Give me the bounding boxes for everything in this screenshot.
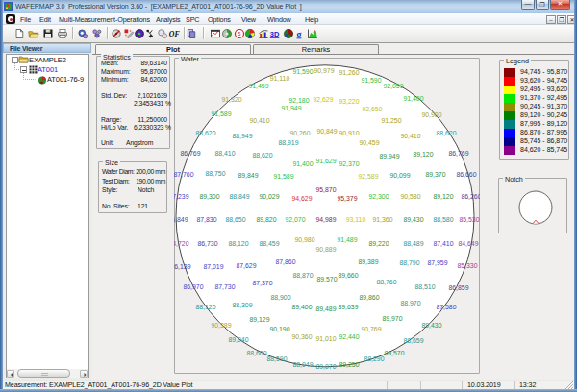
svg-text:88,120: 88,120 xyxy=(195,304,215,310)
svg-text:94,989: 94,989 xyxy=(315,216,336,223)
svg-text:95,870: 95,870 xyxy=(315,186,336,193)
svg-text:90,769: 90,769 xyxy=(361,326,381,332)
svg-text:86,970: 86,970 xyxy=(183,283,203,290)
svg-text:89,820: 89,820 xyxy=(256,216,276,223)
svg-text:88,900: 88,900 xyxy=(270,294,290,301)
svg-text:92,180: 92,180 xyxy=(288,97,309,104)
svg-text:88,600: 88,600 xyxy=(246,350,266,356)
svg-text:89,430: 89,430 xyxy=(421,322,441,329)
svg-text:94,629: 94,629 xyxy=(291,195,312,202)
svg-text:89,639: 89,639 xyxy=(338,304,358,310)
svg-text:91,260: 91,260 xyxy=(339,69,359,76)
svg-text:91,949: 91,949 xyxy=(281,105,301,111)
svg-text:91,360: 91,360 xyxy=(372,216,392,223)
svg-text:85,330: 85,330 xyxy=(457,262,477,269)
svg-text:88,620: 88,620 xyxy=(436,130,456,136)
svg-text:91,590: 91,590 xyxy=(361,77,381,84)
svg-text:88,970: 88,970 xyxy=(400,300,420,306)
svg-text:91,459: 91,459 xyxy=(248,83,268,89)
svg-text:87,629: 87,629 xyxy=(236,262,256,269)
svg-text:89,120: 89,120 xyxy=(433,193,453,200)
svg-text:89,849: 89,849 xyxy=(238,172,258,179)
svg-text:88,309: 88,309 xyxy=(232,302,252,308)
svg-text:88,049: 88,049 xyxy=(292,361,313,368)
svg-text:88,870: 88,870 xyxy=(292,272,313,279)
svg-text:90,029: 90,029 xyxy=(259,193,279,200)
svg-text:90,360: 90,360 xyxy=(291,333,312,340)
svg-text:93,220: 93,220 xyxy=(339,98,359,105)
svg-text:89,400: 89,400 xyxy=(291,304,312,310)
svg-text:86,660: 86,660 xyxy=(456,171,476,178)
svg-text:88,459: 88,459 xyxy=(259,240,279,247)
svg-text:90,099: 90,099 xyxy=(389,172,410,179)
svg-text:89,860: 89,860 xyxy=(359,294,379,301)
svg-text:89,570: 89,570 xyxy=(384,350,404,356)
svg-text:91,629: 91,629 xyxy=(315,158,336,164)
svg-text:90,980: 90,980 xyxy=(294,236,314,243)
svg-text:92,070: 92,070 xyxy=(285,216,305,223)
svg-text:88,620: 88,620 xyxy=(252,152,272,159)
svg-text:92,440: 92,440 xyxy=(339,333,359,340)
svg-text:89,570: 89,570 xyxy=(316,276,337,282)
svg-text:87,830: 87,830 xyxy=(196,216,216,223)
svg-text:89,970: 89,970 xyxy=(382,315,402,322)
svg-text:91,320: 91,320 xyxy=(221,96,241,103)
svg-text:89,430: 89,430 xyxy=(403,216,423,223)
svg-text:88,760: 88,760 xyxy=(376,279,396,285)
svg-text:89,660: 89,660 xyxy=(338,272,358,279)
svg-text:91,589: 91,589 xyxy=(273,173,293,180)
svg-text:90,190: 90,190 xyxy=(269,326,289,332)
svg-text:88,120: 88,120 xyxy=(228,240,248,247)
svg-text:92,589: 92,589 xyxy=(358,173,378,180)
svg-text:87,370: 87,370 xyxy=(252,280,272,286)
svg-text:88,580: 88,580 xyxy=(433,216,453,223)
svg-text:84,649: 84,649 xyxy=(458,240,478,247)
svg-text:88,510: 88,510 xyxy=(414,283,435,290)
svg-text:86,260: 86,260 xyxy=(461,193,480,200)
svg-text:91,400: 91,400 xyxy=(292,160,313,167)
svg-text:90,459: 90,459 xyxy=(359,139,379,146)
svg-text:91,250: 91,250 xyxy=(381,117,401,124)
svg-text:88,919: 88,919 xyxy=(278,139,298,146)
svg-text:87,239: 87,239 xyxy=(174,193,189,200)
svg-text:90,900: 90,900 xyxy=(421,111,441,118)
svg-text:87,760: 87,760 xyxy=(174,171,194,178)
svg-text:90,410: 90,410 xyxy=(249,117,269,124)
svg-text:92,370: 92,370 xyxy=(339,160,359,167)
svg-text:91,589: 91,589 xyxy=(211,110,231,117)
svg-text:σ: σ xyxy=(297,29,302,38)
svg-text:88,949: 88,949 xyxy=(232,133,252,139)
svg-text:88,750: 88,750 xyxy=(205,170,225,177)
svg-text:92,629: 92,629 xyxy=(313,96,333,103)
svg-text:89,489: 89,489 xyxy=(315,306,336,312)
svg-text:89,389: 89,389 xyxy=(358,258,378,265)
svg-text:86,730: 86,730 xyxy=(197,240,217,247)
svg-text:87,019: 87,019 xyxy=(203,263,223,270)
svg-text:90,889: 90,889 xyxy=(315,246,336,253)
svg-text:90,849: 90,849 xyxy=(316,128,337,135)
svg-text:88,290: 88,290 xyxy=(364,355,384,362)
svg-text:85,530: 85,530 xyxy=(459,216,479,223)
svg-text:88,590: 88,590 xyxy=(266,355,287,362)
svg-text:88,410: 88,410 xyxy=(214,150,235,157)
svg-text:89,300: 89,300 xyxy=(199,193,219,200)
svg-text:90,410: 90,410 xyxy=(400,133,420,139)
svg-text:88,659: 88,659 xyxy=(403,337,423,344)
svg-text:91,590: 91,590 xyxy=(292,68,313,75)
svg-text:89,370: 89,370 xyxy=(425,171,445,178)
svg-text:OF: OF xyxy=(169,30,180,38)
svg-text:87,730: 87,730 xyxy=(214,283,235,290)
svg-text:89,070: 89,070 xyxy=(315,363,336,370)
svg-text:86,849: 86,849 xyxy=(174,216,188,223)
svg-text:84,720: 84,720 xyxy=(174,240,189,247)
svg-text:89,220: 89,220 xyxy=(368,240,389,247)
svg-text:88,489: 88,489 xyxy=(403,240,423,247)
svg-text:90,910: 90,910 xyxy=(339,130,359,136)
svg-text:86,859: 86,859 xyxy=(448,284,468,291)
svg-text:88,790: 88,790 xyxy=(399,259,419,266)
svg-text:87,860: 87,860 xyxy=(275,258,295,265)
svg-text:90,260: 90,260 xyxy=(289,130,310,136)
svg-text:92,050: 92,050 xyxy=(383,83,403,89)
svg-text:3D: 3D xyxy=(270,30,280,38)
svg-text:92,300: 92,300 xyxy=(368,193,389,200)
